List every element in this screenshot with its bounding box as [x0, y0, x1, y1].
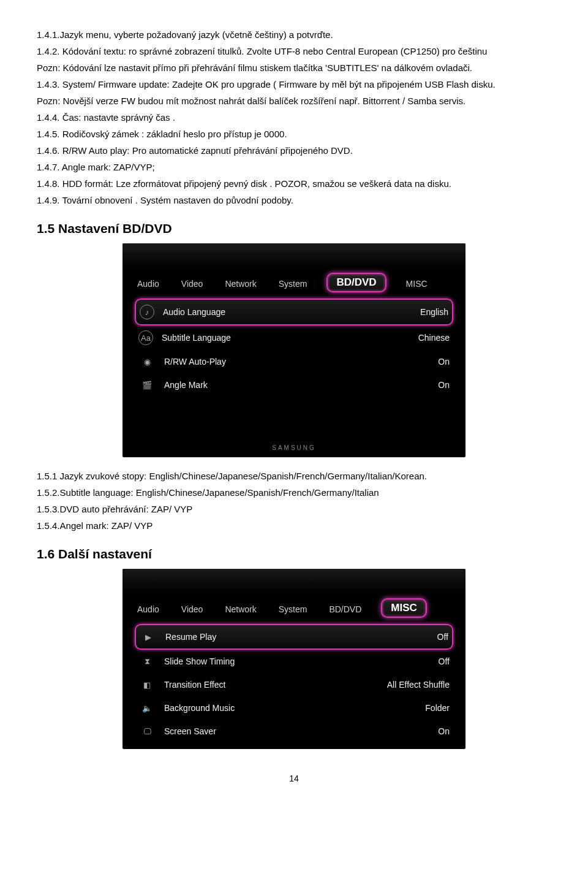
camera-icon: 🎬: [138, 378, 156, 392]
tab-video[interactable]: Video: [179, 275, 206, 292]
setting-label: Resume Play: [165, 632, 375, 642]
doc-paragraph: Pozn: Kódování lze nastavit přímo při př…: [37, 61, 551, 74]
doc-paragraph: 1.5.1 Jazyk zvukové stopy: English/Chine…: [37, 470, 551, 482]
tab-bddvd[interactable]: BD/DVD: [326, 601, 364, 618]
setting-value: On: [376, 726, 450, 736]
doc-paragraph: 1.4.1.Jazyk menu, vyberte požadovaný jaz…: [37, 28, 551, 41]
tab-system[interactable]: System: [276, 275, 310, 292]
setting-label: Subtitle Language: [162, 333, 376, 343]
disc-icon: ◉: [138, 355, 156, 368]
doc-paragraph: 1.5.3.DVD auto přehrávání: ZAP/ VYP: [37, 503, 551, 515]
doc-paragraph: 1.4.3. System/ Firmware update: Zadejte …: [37, 78, 551, 91]
setting-label: Audio Language: [163, 307, 375, 317]
setting-label: R/RW Auto-Play: [164, 357, 376, 367]
settings-screenshot-bddvd: Audio Video Network System BD/DVD MISC ♪…: [123, 243, 466, 457]
setting-value: Off: [376, 656, 450, 666]
setting-value: Folder: [376, 703, 450, 713]
setting-label: Screen Saver: [164, 726, 376, 736]
page-number: 14: [37, 774, 551, 783]
doc-paragraph: 1.4.9. Tovární obnovení . Systém nastave…: [37, 194, 551, 207]
timer-icon: ⧗: [138, 655, 156, 668]
tab-audio[interactable]: Audio: [135, 275, 162, 292]
setting-label: Slide Show Timing: [164, 656, 376, 666]
doc-paragraph: 1.4.6. R/RW Auto play: Pro automatické z…: [37, 144, 551, 157]
setting-row-screen-saver[interactable]: 🖵 Screen Saver On: [135, 720, 453, 743]
doc-paragraph: 1.4.2. Kódování textu: ro správné zobraz…: [37, 45, 551, 58]
doc-paragraph: Pozn: Novější verze FW budou mít možnost…: [37, 94, 551, 107]
doc-paragraph: 1.4.8. HDD formát: Lze zformátovat připo…: [37, 177, 551, 190]
tab-network[interactable]: Network: [222, 601, 258, 618]
tab-bar: Audio Video Network System BD/DVD MISC: [123, 268, 466, 292]
setting-row-resume-play[interactable]: ▶ Resume Play Off: [135, 624, 453, 650]
doc-paragraph: 1.5.4.Angel mark: ZAP/ VYP: [37, 519, 551, 532]
setting-label: Transition Effect: [164, 680, 376, 690]
subtitle-aa-icon: Aa: [138, 330, 153, 345]
setting-value: All Effect Shuffle: [376, 680, 450, 690]
setting-value: English: [375, 307, 448, 317]
audio-note-icon: ♪: [140, 305, 154, 319]
play-icon: ▶: [140, 630, 157, 644]
setting-row-rrw-autoplay[interactable]: ◉ R/RW Auto-Play On: [135, 350, 453, 373]
tab-misc[interactable]: MISC: [404, 275, 430, 292]
transition-icon: ◧: [138, 678, 156, 691]
setting-value: Off: [375, 632, 448, 642]
tab-network[interactable]: Network: [222, 275, 258, 292]
doc-paragraph: 1.4.5. Rodičovský zámek : základní heslo…: [37, 127, 551, 140]
tab-system[interactable]: System: [276, 601, 310, 618]
settings-screenshot-misc: Audio Video Network System BD/DVD MISC ▶…: [123, 569, 466, 749]
section-heading-1-5: 1.5 Nastavení BD/DVD: [37, 221, 551, 236]
setting-value: On: [376, 357, 450, 367]
setting-row-angle-mark[interactable]: 🎬 Angle Mark On: [135, 373, 453, 397]
setting-value: On: [376, 380, 450, 390]
tab-bar: Audio Video Network System BD/DVD MISC: [123, 593, 466, 618]
doc-paragraph: 1.5.2.Subtitle language: English/Chinese…: [37, 486, 551, 499]
tab-video[interactable]: Video: [179, 601, 206, 618]
setting-row-slideshow-timing[interactable]: ⧗ Slide Show Timing Off: [135, 650, 453, 673]
setting-row-subtitle-language[interactable]: Aa Subtitle Language Chinese: [135, 325, 453, 350]
setting-value: Chinese: [376, 333, 450, 343]
speaker-icon: 🔈: [138, 701, 156, 715]
screen-icon: 🖵: [138, 725, 156, 738]
setting-row-transition-effect[interactable]: ◧ Transition Effect All Effect Shuffle: [135, 673, 453, 696]
tab-misc[interactable]: MISC: [381, 598, 427, 618]
section-heading-1-6: 1.6 Další nastavení: [37, 547, 551, 561]
doc-paragraph: 1.4.4. Čas: nastavte správný čas .: [37, 111, 551, 124]
brand-label: SAMSUNG: [123, 439, 466, 457]
setting-row-audio-language[interactable]: ♪ Audio Language English: [135, 299, 453, 325]
setting-label: Background Music: [164, 703, 376, 713]
setting-row-background-music[interactable]: 🔈 Background Music Folder: [135, 696, 453, 720]
setting-label: Angle Mark: [164, 380, 376, 390]
tab-audio[interactable]: Audio: [135, 601, 162, 618]
doc-paragraph: 1.4.7. Angle mark: ZAP/VYP;: [37, 161, 551, 173]
tab-bddvd[interactable]: BD/DVD: [326, 273, 386, 292]
